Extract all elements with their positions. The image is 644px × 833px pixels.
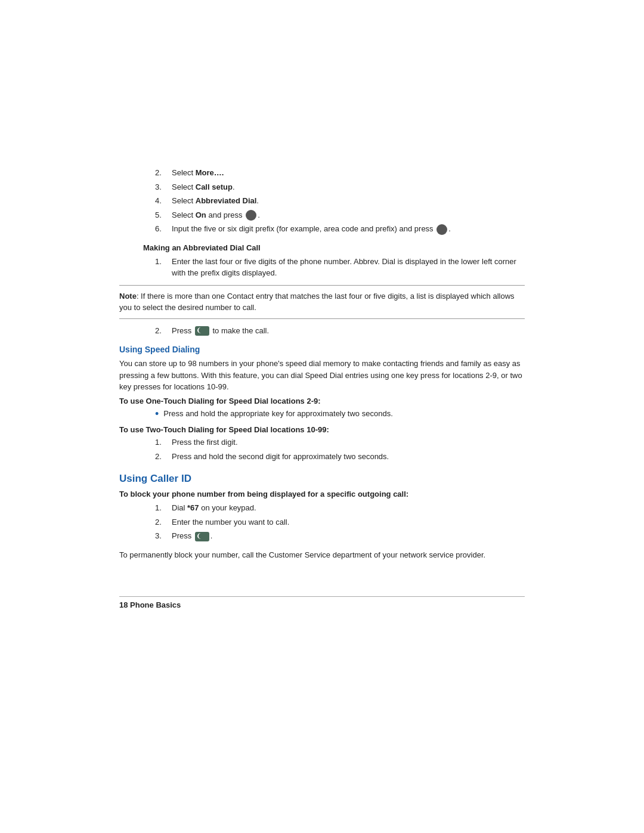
- speed-dialing-heading: Using Speed Dialing: [119, 345, 525, 354]
- step-num: 2.: [155, 516, 172, 528]
- speed-para: You can store up to 98 numbers in your p…: [119, 358, 525, 393]
- ok-icon: [436, 224, 447, 235]
- ok-icon: [246, 210, 256, 221]
- list-item: 2. Press to make the call.: [155, 325, 525, 337]
- step-text: Select Abbreviated Dial.: [172, 195, 525, 207]
- bullet-item: • Press and hold the appropriate key for…: [155, 408, 525, 421]
- step-text: Select Call setup.: [172, 181, 525, 193]
- step-num: 2.: [155, 451, 172, 463]
- step-num: 2.: [155, 325, 172, 337]
- list-item: 2. Enter the number you want to call.: [155, 516, 525, 528]
- page: 2. Select More…. 3. Select Call setup. 4…: [0, 0, 644, 833]
- step-num: 1.: [155, 502, 172, 514]
- send-key-icon: [195, 326, 209, 336]
- step-text: Press the first digit.: [172, 436, 525, 448]
- list-item: 2. Press and hold the second digit for a…: [155, 451, 525, 463]
- caller-id-para: To permanently block your number, call t…: [119, 549, 525, 561]
- step-text: Press and hold the second digit for appr…: [172, 451, 525, 463]
- bullet-text: Press and hold the appropriate key for a…: [163, 408, 392, 420]
- note-box: Note: If there is more than one Contact …: [119, 285, 525, 319]
- bold-text: On: [196, 210, 206, 219]
- step-num: 3.: [155, 530, 172, 542]
- send-key-icon: [195, 532, 209, 541]
- list-item: 3. Select Call setup.: [155, 181, 525, 193]
- content-area: 2. Select More…. 3. Select Call setup. 4…: [119, 0, 525, 669]
- footer: 18 Phone Basics: [119, 596, 525, 609]
- step-num: 6.: [155, 223, 172, 235]
- step-text: Input the five or six digit prefix (for …: [172, 223, 525, 235]
- intro-steps: 2. Select More…. 3. Select Call setup. 4…: [155, 167, 525, 235]
- list-item: 6. Input the five or six digit prefix (f…: [155, 223, 525, 235]
- bold-text: Call setup: [196, 182, 233, 191]
- step-text: Press to make the call.: [172, 325, 525, 337]
- step-num: 5.: [155, 209, 172, 221]
- caller-id-steps: 1. Dial *67 on your keypad. 2. Enter the…: [155, 502, 525, 542]
- bold-text: *67: [187, 503, 199, 512]
- step-num: 1.: [155, 436, 172, 448]
- step-num: 3.: [155, 181, 172, 193]
- list-item: 4. Select Abbreviated Dial.: [155, 195, 525, 207]
- step-num: 2.: [155, 167, 172, 179]
- caller-id-sub-heading: To block your phone number from being di…: [119, 490, 408, 498]
- list-item: 3. Press .: [155, 530, 525, 542]
- bold-text: More….: [196, 168, 224, 177]
- caller-id-heading: Using Caller ID: [119, 473, 525, 485]
- step-num: 4.: [155, 195, 172, 207]
- list-item: 2. Select More….: [155, 167, 525, 179]
- one-touch-heading: To use One-Touch Dialing for Speed Dial …: [119, 397, 321, 405]
- list-item: 1. Enter the last four or five digits of…: [155, 256, 525, 279]
- step-num: 1.: [155, 256, 172, 279]
- list-item: 1. Dial *67 on your keypad.: [155, 502, 525, 514]
- press-step: 2. Press to make the call.: [155, 325, 525, 337]
- two-touch-heading: To use Two-Touch Dialing for Speed Dial …: [119, 425, 329, 434]
- two-touch-steps: 1. Press the first digit. 2. Press and h…: [155, 436, 525, 462]
- step-text: Press .: [172, 530, 525, 542]
- list-item: 1. Press the first digit.: [155, 436, 525, 448]
- step-text: Select More….: [172, 167, 525, 179]
- note-label: Note: [119, 292, 137, 301]
- making-heading: Making an Abbreviated Dial Call: [143, 243, 525, 252]
- list-item: 5. Select On and press .: [155, 209, 525, 221]
- bullet-icon: •: [155, 408, 159, 421]
- step-text: Enter the number you want to call.: [172, 516, 525, 528]
- bold-text: Abbreviated Dial: [196, 196, 257, 205]
- step-text: Enter the last four or five digits of th…: [172, 256, 525, 279]
- step-text: Select On and press .: [172, 209, 525, 221]
- making-steps: 1. Enter the last four or five digits of…: [155, 256, 525, 279]
- step-text: Dial *67 on your keypad.: [172, 502, 525, 514]
